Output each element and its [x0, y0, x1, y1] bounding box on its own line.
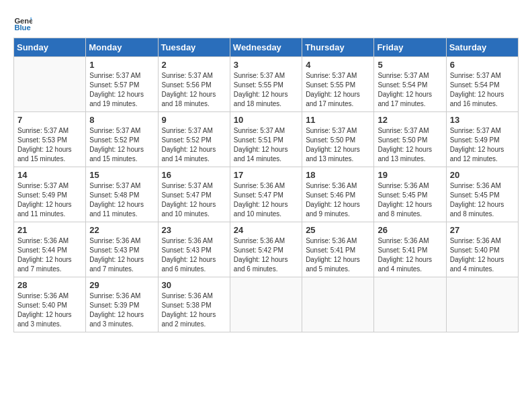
weekday-header-friday: Friday — [374, 38, 446, 57]
calendar-cell: 21Sunrise: 5:36 AM Sunset: 5:44 PM Dayli… — [14, 222, 86, 277]
calendar-cell: 6Sunrise: 5:37 AM Sunset: 5:54 PM Daylig… — [446, 57, 518, 112]
day-info: Sunrise: 5:36 AM Sunset: 5:40 PM Dayligh… — [17, 291, 82, 329]
day-info: Sunrise: 5:37 AM Sunset: 5:52 PM Dayligh… — [89, 126, 154, 164]
day-info: Sunrise: 5:37 AM Sunset: 5:55 PM Dayligh… — [306, 71, 370, 109]
day-number: 4 — [306, 60, 370, 70]
calendar-week-row: 14Sunrise: 5:37 AM Sunset: 5:49 PM Dayli… — [14, 167, 519, 222]
day-number: 19 — [378, 170, 442, 180]
day-info: Sunrise: 5:37 AM Sunset: 5:56 PM Dayligh… — [162, 71, 226, 109]
day-number: 16 — [162, 170, 226, 180]
day-info: Sunrise: 5:37 AM Sunset: 5:55 PM Dayligh… — [234, 71, 298, 109]
day-info: Sunrise: 5:36 AM Sunset: 5:41 PM Dayligh… — [306, 236, 370, 274]
day-info: Sunrise: 5:37 AM Sunset: 5:54 PM Dayligh… — [378, 71, 442, 109]
logo-icon: General Blue — [13, 13, 32, 32]
day-number: 12 — [378, 115, 442, 125]
day-number: 2 — [162, 60, 226, 70]
day-number: 20 — [450, 170, 515, 180]
logo: General Blue — [13, 13, 36, 32]
calendar-cell: 29Sunrise: 5:36 AM Sunset: 5:39 PM Dayli… — [86, 277, 158, 332]
calendar-cell: 16Sunrise: 5:37 AM Sunset: 5:47 PM Dayli… — [158, 167, 230, 222]
calendar-cell: 20Sunrise: 5:36 AM Sunset: 5:45 PM Dayli… — [446, 167, 518, 222]
weekday-header-sunday: Sunday — [14, 38, 86, 57]
calendar-cell: 19Sunrise: 5:36 AM Sunset: 5:45 PM Dayli… — [374, 167, 446, 222]
calendar-cell: 15Sunrise: 5:37 AM Sunset: 5:48 PM Dayli… — [86, 167, 158, 222]
day-number: 18 — [306, 170, 370, 180]
calendar-cell: 2Sunrise: 5:37 AM Sunset: 5:56 PM Daylig… — [158, 57, 230, 112]
calendar-cell: 26Sunrise: 5:36 AM Sunset: 5:41 PM Dayli… — [374, 222, 446, 277]
day-info: Sunrise: 5:37 AM Sunset: 5:57 PM Dayligh… — [89, 71, 154, 109]
day-number: 26 — [378, 225, 442, 235]
weekday-header-monday: Monday — [86, 38, 158, 57]
day-number: 27 — [450, 225, 515, 235]
day-number: 29 — [89, 280, 154, 290]
calendar-cell: 13Sunrise: 5:37 AM Sunset: 5:49 PM Dayli… — [446, 112, 518, 167]
calendar-cell: 12Sunrise: 5:37 AM Sunset: 5:50 PM Dayli… — [374, 112, 446, 167]
day-info: Sunrise: 5:36 AM Sunset: 5:38 PM Dayligh… — [162, 291, 226, 329]
calendar-cell — [302, 277, 374, 332]
day-info: Sunrise: 5:36 AM Sunset: 5:46 PM Dayligh… — [306, 181, 370, 219]
calendar-week-row: 1Sunrise: 5:37 AM Sunset: 5:57 PM Daylig… — [14, 57, 519, 112]
calendar-cell: 3Sunrise: 5:37 AM Sunset: 5:55 PM Daylig… — [230, 57, 302, 112]
calendar-cell: 27Sunrise: 5:36 AM Sunset: 5:40 PM Dayli… — [446, 222, 518, 277]
day-info: Sunrise: 5:36 AM Sunset: 5:40 PM Dayligh… — [450, 236, 515, 274]
calendar-cell — [374, 277, 446, 332]
calendar-cell: 18Sunrise: 5:36 AM Sunset: 5:46 PM Dayli… — [302, 167, 374, 222]
day-number: 23 — [162, 225, 226, 235]
day-number: 3 — [234, 60, 298, 70]
calendar-week-row: 7Sunrise: 5:37 AM Sunset: 5:53 PM Daylig… — [14, 112, 519, 167]
calendar-cell: 25Sunrise: 5:36 AM Sunset: 5:41 PM Dayli… — [302, 222, 374, 277]
calendar-week-row: 28Sunrise: 5:36 AM Sunset: 5:40 PM Dayli… — [14, 277, 519, 332]
calendar-week-row: 21Sunrise: 5:36 AM Sunset: 5:44 PM Dayli… — [14, 222, 519, 277]
calendar-cell: 8Sunrise: 5:37 AM Sunset: 5:52 PM Daylig… — [86, 112, 158, 167]
day-info: Sunrise: 5:37 AM Sunset: 5:51 PM Dayligh… — [234, 126, 298, 164]
day-number: 13 — [450, 115, 515, 125]
day-number: 25 — [306, 225, 370, 235]
day-info: Sunrise: 5:36 AM Sunset: 5:47 PM Dayligh… — [234, 181, 298, 219]
calendar-cell — [230, 277, 302, 332]
calendar-cell: 9Sunrise: 5:37 AM Sunset: 5:52 PM Daylig… — [158, 112, 230, 167]
weekday-header-row: SundayMondayTuesdayWednesdayThursdayFrid… — [14, 38, 519, 57]
day-info: Sunrise: 5:36 AM Sunset: 5:43 PM Dayligh… — [89, 236, 154, 274]
day-info: Sunrise: 5:37 AM Sunset: 5:50 PM Dayligh… — [378, 126, 442, 164]
day-info: Sunrise: 5:37 AM Sunset: 5:50 PM Dayligh… — [306, 126, 370, 164]
day-info: Sunrise: 5:36 AM Sunset: 5:42 PM Dayligh… — [234, 236, 298, 274]
calendar-cell: 28Sunrise: 5:36 AM Sunset: 5:40 PM Dayli… — [14, 277, 86, 332]
day-number: 28 — [17, 280, 82, 290]
svg-text:Blue: Blue — [14, 24, 30, 32]
day-info: Sunrise: 5:36 AM Sunset: 5:41 PM Dayligh… — [378, 236, 442, 274]
calendar-cell: 1Sunrise: 5:37 AM Sunset: 5:57 PM Daylig… — [86, 57, 158, 112]
day-number: 7 — [17, 115, 82, 125]
day-number: 8 — [89, 115, 154, 125]
day-info: Sunrise: 5:36 AM Sunset: 5:39 PM Dayligh… — [89, 291, 154, 329]
day-number: 15 — [89, 170, 154, 180]
calendar-cell: 14Sunrise: 5:37 AM Sunset: 5:49 PM Dayli… — [14, 167, 86, 222]
calendar-cell: 7Sunrise: 5:37 AM Sunset: 5:53 PM Daylig… — [14, 112, 86, 167]
day-number: 11 — [306, 115, 370, 125]
day-number: 22 — [89, 225, 154, 235]
day-info: Sunrise: 5:37 AM Sunset: 5:48 PM Dayligh… — [89, 181, 154, 219]
day-info: Sunrise: 5:37 AM Sunset: 5:54 PM Dayligh… — [450, 71, 515, 109]
day-number: 21 — [17, 225, 82, 235]
day-info: Sunrise: 5:37 AM Sunset: 5:49 PM Dayligh… — [17, 181, 82, 219]
day-info: Sunrise: 5:37 AM Sunset: 5:52 PM Dayligh… — [162, 126, 226, 164]
calendar-cell: 22Sunrise: 5:36 AM Sunset: 5:43 PM Dayli… — [86, 222, 158, 277]
calendar-cell — [446, 277, 518, 332]
day-number: 24 — [234, 225, 298, 235]
day-info: Sunrise: 5:36 AM Sunset: 5:44 PM Dayligh… — [17, 236, 82, 274]
calendar-cell: 4Sunrise: 5:37 AM Sunset: 5:55 PM Daylig… — [302, 57, 374, 112]
day-info: Sunrise: 5:36 AM Sunset: 5:43 PM Dayligh… — [162, 236, 226, 274]
calendar-cell: 17Sunrise: 5:36 AM Sunset: 5:47 PM Dayli… — [230, 167, 302, 222]
calendar-table: SundayMondayTuesdayWednesdayThursdayFrid… — [13, 38, 519, 332]
calendar-cell: 24Sunrise: 5:36 AM Sunset: 5:42 PM Dayli… — [230, 222, 302, 277]
calendar-cell: 11Sunrise: 5:37 AM Sunset: 5:50 PM Dayli… — [302, 112, 374, 167]
calendar-cell: 23Sunrise: 5:36 AM Sunset: 5:43 PM Dayli… — [158, 222, 230, 277]
day-info: Sunrise: 5:37 AM Sunset: 5:47 PM Dayligh… — [162, 181, 226, 219]
day-info: Sunrise: 5:37 AM Sunset: 5:49 PM Dayligh… — [450, 126, 515, 164]
day-number: 6 — [450, 60, 515, 70]
weekday-header-saturday: Saturday — [446, 38, 518, 57]
day-number: 5 — [378, 60, 442, 70]
day-number: 1 — [89, 60, 154, 70]
weekday-header-wednesday: Wednesday — [230, 38, 302, 57]
day-info: Sunrise: 5:37 AM Sunset: 5:53 PM Dayligh… — [17, 126, 82, 164]
day-number: 30 — [162, 280, 226, 290]
